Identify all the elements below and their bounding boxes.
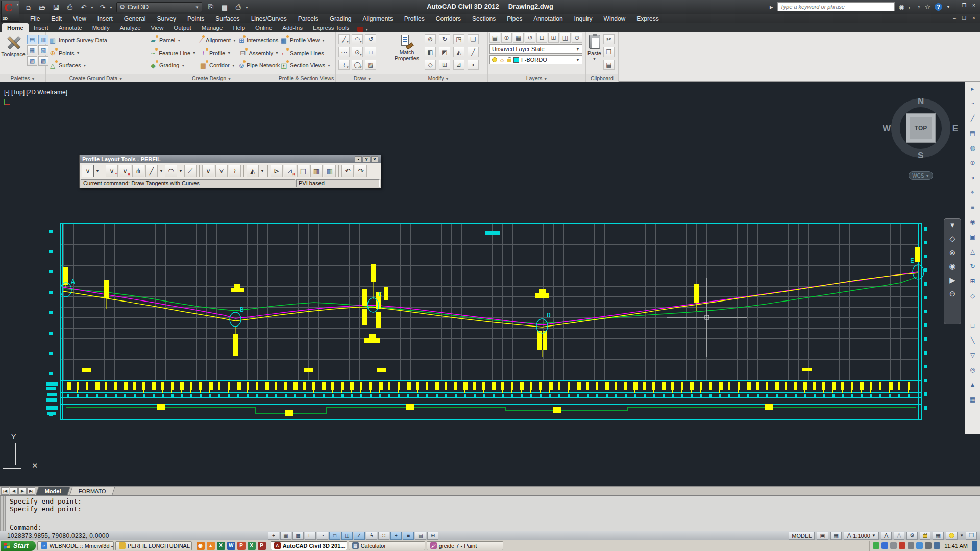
restore-button[interactable]: ❒ <box>960 2 968 9</box>
pipe-network-button[interactable]: ⊚Pipe Network▼ <box>239 59 279 71</box>
redo-button[interactable]: ↷ <box>355 165 367 177</box>
toolspace-prospector-toggle[interactable]: ▤ <box>27 35 37 44</box>
minimize-button[interactable]: – <box>950 2 959 9</box>
start-button[interactable]: Start <box>1 541 36 551</box>
tab-online[interactable]: Online <box>250 23 277 32</box>
fillet-tool[interactable]: ◭ <box>453 47 464 57</box>
draw-tangent-button[interactable]: ╱ <box>145 165 158 177</box>
toolspace-survey-toggle[interactable]: ▦ <box>27 45 37 55</box>
undo-button[interactable]: ↶ <box>341 165 354 177</box>
toolspace-button[interactable]: Toolspace <box>2 33 25 73</box>
viewcube-west[interactable]: W <box>883 123 891 134</box>
panel-label-create-ground-data[interactable]: Create Ground Data▼ <box>46 74 146 82</box>
quick-view-layouts-button[interactable]: ▣ <box>817 532 828 540</box>
panel-label-palettes[interactable]: Palettes▼ <box>0 74 45 82</box>
taskbar-button-calculator[interactable]: ▦Calculator <box>349 541 425 550</box>
pvi-circle-B[interactable] <box>230 312 241 327</box>
scale-tool[interactable]: ◇ <box>425 60 436 70</box>
viewcube[interactable]: N S W E TOP <box>891 98 950 158</box>
doc-restore-button[interactable]: ❒ <box>960 15 968 22</box>
usb-tray-icon[interactable] <box>908 542 914 549</box>
move-tool[interactable]: ◧ <box>425 47 436 57</box>
menu-grading[interactable]: Grading <box>324 15 357 23</box>
erase-tool[interactable]: ⊚ <box>425 34 436 44</box>
panorama-button[interactable]: ▦ <box>324 165 336 177</box>
navigation-bar[interactable]: ▾◇⊗◉▶⊖ <box>944 218 961 324</box>
panel-label-modify[interactable]: Modify▼ <box>389 74 487 82</box>
line-tool[interactable]: ╱▼ <box>338 34 350 44</box>
autoscale-button[interactable]: ⋀ <box>894 532 904 540</box>
profile-tool-9-icon[interactable]: ≡ <box>968 202 978 212</box>
tab-annotate[interactable]: Annotate <box>54 23 87 32</box>
annotation-visibility-button[interactable]: ⋀ <box>881 532 892 540</box>
match-properties-button[interactable]: Match Properties <box>391 33 423 73</box>
parcel-button[interactable]: ▰Parcel▼ <box>149 34 196 46</box>
menu-general[interactable]: General <box>118 15 152 23</box>
plot-icon[interactable]: ⎙ <box>65 2 75 12</box>
properties-icon[interactable]: ▤ <box>219 2 230 12</box>
profile-tool-2-icon[interactable]: ◔ <box>968 98 978 108</box>
navbar-collapse-icon[interactable]: ▾ <box>950 220 954 230</box>
help-caret-icon[interactable]: ▼ <box>946 5 950 9</box>
point-tool[interactable]: ⋯ <box>338 47 350 57</box>
draw-tangents-curves-button[interactable]: ∨ <box>82 165 94 177</box>
rotate-tool[interactable]: ↻ <box>439 34 450 44</box>
profile-tool-6-icon[interactable]: ⊕ <box>968 158 978 167</box>
taskbar-button-perfil-longitudinal[interactable]: PERFIL LONGITUDINAL <box>115 541 192 550</box>
import-survey-data-button[interactable]: ▥Import Survey Data <box>48 34 143 46</box>
lwt-toggle[interactable]: + <box>390 532 402 540</box>
search-icon[interactable]: ◉ <box>899 3 904 11</box>
tab-extra-button[interactable]: ▼ <box>357 27 369 32</box>
layer-match-icon[interactable]: ▦ <box>513 33 524 43</box>
sc-toggle[interactable]: ⊞ <box>427 532 438 540</box>
profile-tool-3-icon[interactable]: ╱ <box>968 113 978 123</box>
ellipse-tool[interactable]: ◯▼ <box>352 60 363 70</box>
points-button[interactable]: ⊕Points▼ <box>48 47 143 59</box>
qp-toggle[interactable]: ▤ <box>415 532 426 540</box>
tab-manage[interactable]: Manage <box>197 23 228 32</box>
palette-pin-button[interactable]: ▪ <box>355 156 362 162</box>
cut-icon[interactable]: ✂ <box>603 34 615 44</box>
circle-tool[interactable]: ⊙▼ <box>352 47 363 57</box>
taskbar-button-greide-7-paint[interactable]: 🖌greide 7 - Paint <box>427 541 503 550</box>
snap-toggle[interactable]: ▦ <box>280 532 291 540</box>
otrack-toggle[interactable]: ∠ <box>354 532 365 540</box>
tab-nav-0[interactable]: |◀ <box>1 487 9 495</box>
layer-thaw-icon[interactable]: ☼ <box>499 56 505 63</box>
hatch-tool[interactable]: ▨ <box>365 60 376 70</box>
pvi-insert2-button[interactable]: ⋎ <box>215 165 228 177</box>
navbar-minus-icon[interactable]: ⊖ <box>949 289 956 298</box>
menu-profiles[interactable]: Profiles <box>399 15 430 23</box>
profile-tool-17-icon[interactable]: □ <box>968 320 978 330</box>
grade-button[interactable]: ⟋ <box>184 165 197 177</box>
menu-file[interactable]: File <box>24 15 45 23</box>
infer-constraints-toggle[interactable]: + <box>268 532 279 540</box>
profile-tool-7-icon[interactable]: ◑ <box>968 172 978 182</box>
vlc-icon[interactable]: ▲ <box>207 542 215 550</box>
select-pvi-button[interactable]: ⊳ <box>271 165 283 177</box>
viewcube-north[interactable]: N <box>918 96 924 107</box>
profile-view-drawing[interactable]: ABCDE <box>0 82 980 486</box>
menu-surfaces[interactable]: Surfaces <box>210 15 245 23</box>
raise-lower-button-dropdown[interactable]: ▼ <box>260 169 265 173</box>
layer-freeze-icon[interactable]: ◫ <box>560 33 571 43</box>
profile-tool-15-icon[interactable]: ◇ <box>968 291 978 300</box>
layer-color-swatch[interactable] <box>513 57 519 63</box>
palette-title-bar[interactable]: Profile Layout Tools - PERFIL ▪ ? × <box>80 155 381 163</box>
profile-tool-5-icon[interactable]: ◍ <box>968 143 978 153</box>
menu-insert[interactable]: Insert <box>92 15 118 23</box>
application-menu-button[interactable]: C 3D ▼ <box>1 1 19 22</box>
model-space-button[interactable]: MODEL <box>789 532 815 540</box>
right-docked-toolbar[interactable]: ▸◔╱▤◍⊕◑⌖≡◉▣△↻⊞◇─□╲▽◎▲▦ <box>965 82 980 434</box>
revcloud-tool[interactable]: ↺ <box>365 34 376 44</box>
trim-tool[interactable]: ◳ <box>453 34 464 44</box>
redo-dropdown-icon[interactable]: ▼ <box>109 6 113 9</box>
profile-tool-22-icon[interactable]: ▦ <box>968 394 978 404</box>
tab-view[interactable]: View <box>146 23 169 32</box>
profile-tool-10-icon[interactable]: ◉ <box>968 217 978 227</box>
annotation-scale-button[interactable]: ⋀ 1:1000 ▼ <box>844 532 879 540</box>
viewcube-east[interactable]: E <box>952 123 958 134</box>
assembly-button[interactable]: ⊟Assembly▼ <box>239 47 279 59</box>
layer-properties-icon[interactable]: ▤ <box>489 33 500 43</box>
viewcube-top-face[interactable]: TOP <box>906 113 936 143</box>
